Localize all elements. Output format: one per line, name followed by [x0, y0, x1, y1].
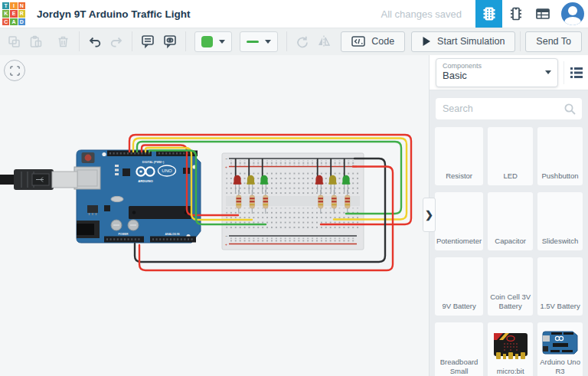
svg-text:+: +	[225, 242, 227, 247]
logo-tile: T	[2, 2, 9, 9]
redo-button[interactable]	[106, 31, 127, 52]
toolbar-divider	[132, 31, 132, 51]
component-search-input[interactable]	[436, 98, 582, 119]
components-grid: ResistorLEDPushbuttonPotentiometerCapaci…	[430, 127, 588, 376]
panel-collapse-handle[interactable]: ❯	[423, 198, 436, 232]
component-label: Resistor	[446, 172, 472, 182]
tinkercad-logo[interactable]: TINKERCAD	[0, 0, 28, 28]
start-simulation-button[interactable]: Start Simulation	[411, 31, 515, 52]
svg-text:+: +	[225, 165, 227, 169]
component-card[interactable]: Arduino Uno R3	[537, 322, 583, 376]
toolbar-divider	[79, 31, 80, 51]
rotate-button[interactable]	[292, 31, 313, 52]
components-category-dropdown[interactable]: Components Basic	[436, 58, 558, 87]
toolbar-divider	[286, 31, 287, 51]
save-status: All changes saved	[381, 8, 462, 20]
code-icon	[351, 36, 365, 47]
logo-tile: C	[2, 18, 9, 25]
component-thumb	[489, 260, 531, 293]
arduino-uno[interactable]: DIGITAL (PWM~) ARDUINO UNO	[74, 150, 201, 243]
mirror-button[interactable]	[313, 31, 335, 52]
power-pins-label: POWER	[119, 233, 129, 236]
undo-button[interactable]	[84, 31, 106, 52]
toolbar-right-group: Code Start Simulation Send To	[335, 31, 582, 52]
component-card[interactable]: Resistor	[435, 127, 483, 185]
paste-button[interactable]	[24, 31, 46, 52]
component-label: Slideswitch	[542, 237, 579, 247]
component-thumb	[436, 325, 482, 358]
component-label: Pushbutton	[542, 172, 579, 182]
component-label: 1.5V Battery	[540, 302, 580, 312]
breadboard-view-icon[interactable]	[475, 0, 502, 28]
start-simulation-label: Start Simulation	[437, 36, 505, 47]
color-dropdown[interactable]	[194, 31, 232, 52]
logo-tile: R	[18, 10, 25, 17]
atmega-chip[interactable]	[129, 206, 191, 219]
component-thumb	[539, 195, 581, 237]
component-card[interactable]: 1.5V Battery	[537, 257, 583, 316]
logo-tile: I	[10, 2, 17, 9]
wire-type-swatch	[247, 41, 259, 43]
color-swatch-green	[201, 36, 213, 47]
user-avatar[interactable]	[561, 2, 584, 25]
avatar-body-glyph	[564, 17, 581, 25]
circuit-scene[interactable]: + − + −	[0, 55, 429, 376]
circuit-canvas[interactable]: + − + −	[0, 55, 429, 376]
component-card[interactable]: Pushbutton	[537, 127, 583, 185]
uno-model-label: UNO	[162, 168, 172, 173]
logo-tile: A	[10, 18, 17, 25]
svg-text:−: −	[226, 234, 228, 238]
avatar-head-glyph	[568, 6, 577, 15]
toggle-notes-visibility-button[interactable]	[158, 31, 180, 52]
components-panel-header: Components Basic	[430, 55, 588, 90]
dropdown-selected-value: Basic	[443, 70, 545, 82]
breadboard[interactable]: + − + −	[222, 153, 364, 250]
code-button[interactable]: Code	[341, 31, 405, 52]
logo-tile: K	[2, 10, 9, 17]
component-card[interactable]: LED	[488, 127, 533, 185]
components-panel: Components Basic ResistorLEDPushbuttonPo…	[429, 55, 588, 376]
component-thumb	[489, 325, 531, 367]
delete-button[interactable]	[53, 31, 74, 52]
play-icon	[422, 36, 431, 47]
component-label: micro:bit	[497, 367, 524, 376]
component-thumb	[539, 130, 581, 172]
component-label: Arduino Uno R3	[539, 358, 581, 376]
wire-type-dropdown[interactable]	[240, 31, 278, 52]
component-thumb	[436, 260, 482, 302]
zoom-to-fit-icon	[9, 65, 21, 77]
component-card[interactable]: Slideswitch	[537, 192, 583, 250]
component-card[interactable]: Capacitor	[488, 192, 533, 250]
panel-list-view-toggle[interactable]	[564, 61, 583, 84]
component-list-view-icon[interactable]	[529, 0, 556, 28]
component-thumb	[539, 325, 581, 358]
zoom-to-fit-button[interactable]	[4, 60, 25, 81]
component-label: Potentiometer	[436, 237, 482, 247]
component-label: 9V Battery	[442, 302, 475, 312]
logo-tile: E	[10, 10, 17, 17]
send-to-button[interactable]: Send To	[525, 31, 582, 52]
component-thumb	[539, 260, 581, 302]
component-card[interactable]: Breadboard Small	[435, 322, 483, 376]
main-area: + − + −	[0, 55, 588, 376]
dropdown-text: Components Basic	[443, 62, 545, 81]
arduino-brand-label: ARDUINO	[138, 179, 153, 183]
usb-cable[interactable]	[0, 169, 77, 190]
code-button-label: Code	[371, 36, 394, 47]
send-to-label: Send To	[536, 36, 571, 47]
component-thumb	[436, 195, 482, 237]
logo-tile: N	[18, 2, 25, 9]
component-card[interactable]: Coin Cell 3V Battery	[488, 257, 533, 316]
component-card[interactable]: 9V Battery	[435, 257, 483, 316]
schematic-view-icon[interactable]	[502, 0, 529, 28]
component-card[interactable]: Potentiometer	[435, 192, 483, 250]
copy-button[interactable]	[3, 31, 24, 52]
component-label: Coin Cell 3V Battery	[489, 293, 531, 312]
component-search-row	[430, 90, 588, 127]
component-card[interactable]: micro:bit	[488, 322, 533, 376]
component-thumb	[489, 130, 531, 172]
list-icon	[570, 67, 583, 79]
digital-pins-label: DIGITAL (PWM~)	[142, 161, 165, 164]
design-title[interactable]: Jordyn 9T Arduino Traffic Light	[37, 8, 191, 20]
notes-button[interactable]	[137, 31, 158, 52]
